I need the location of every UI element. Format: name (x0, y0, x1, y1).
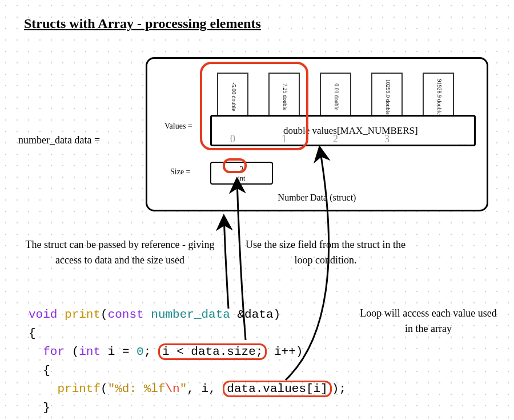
annotation-loop-access: Loop will access each value used in the … (360, 306, 497, 337)
size-field-label: Size = (170, 167, 191, 177)
struct-caption: Number Data (struct) (278, 193, 356, 203)
array-index-3: 3 (371, 133, 403, 145)
highlight-condition: i < data.size; (158, 343, 267, 360)
array-slot-4: 91928.9 double (423, 73, 454, 117)
annotation-reference: The struct can be passed by reference - … (23, 237, 217, 268)
declaration-label: number_data data = (18, 134, 100, 146)
array-slot-2: 0.01 double (320, 73, 351, 117)
highlight-values (200, 62, 308, 150)
annotation-size-field: Use the size field from the struct in th… (246, 237, 405, 268)
page-title: Structs with Array - processing elements (24, 16, 261, 31)
array-slot-3: 10299.0 double (371, 73, 403, 117)
highlight-values-access: data.values[i] (223, 381, 331, 397)
struct-box: Values = Size = -5.00 double 7.25 double… (146, 57, 488, 211)
array-index-2: 2 (320, 133, 351, 145)
code-block: void print(const number_data &data) { fo… (29, 306, 346, 420)
values-field-label: Values = (164, 122, 192, 131)
array-index-more: ... (459, 136, 467, 148)
size-type: int (211, 174, 272, 182)
highlight-size (223, 158, 247, 173)
